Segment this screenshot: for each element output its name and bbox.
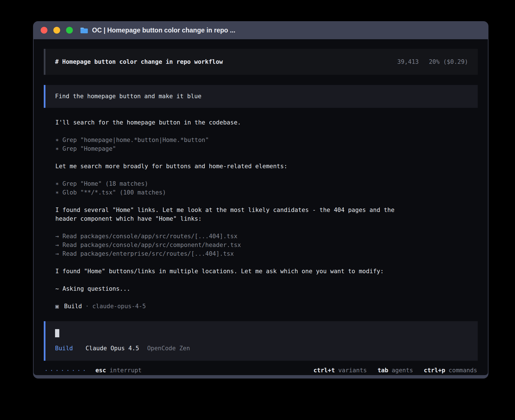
tab-key: tab	[377, 366, 388, 375]
tool-call-group: ∗ Grep "Home" (18 matches) ∗ Glob "**/*.…	[55, 180, 478, 197]
spinner-dots: ········	[44, 366, 88, 375]
ctrl-t-key: ctrl+t	[313, 366, 335, 375]
ctrl-p-key: ctrl+p	[424, 366, 445, 375]
interrupt-label: interrupt	[110, 366, 142, 375]
session-header: # Homepage button color change in repo w…	[44, 49, 478, 75]
token-count: 39,413	[397, 58, 419, 66]
assistant-text: I'll search for the homepage button in t…	[55, 118, 478, 127]
minimize-button[interactable]	[53, 27, 60, 34]
context-cost: 20% ($0.29)	[429, 58, 468, 66]
tool-call-grep: ∗ Grep "homepage|home.*button|Home.*butt…	[55, 136, 478, 145]
tool-call-grep: ∗ Grep "Home" (18 matches)	[55, 180, 478, 188]
interrupt-hint: esc interrupt	[95, 366, 142, 375]
tool-call-glob: ∗ Glob "**/*.tsx" (100 matches)	[55, 188, 478, 197]
commands-label: commands	[449, 366, 477, 375]
assistant-paragraph: Let me search more broadly for buttons a…	[55, 162, 478, 171]
commands-hint: ctrl+p commands	[424, 366, 477, 375]
esc-key: esc	[95, 366, 106, 375]
assistant-text: header component which have "Home" links…	[55, 215, 478, 223]
agent-row: ▣ Build · claude-opus-4-5	[55, 302, 478, 311]
folder-icon	[80, 27, 88, 34]
agents-hint: tab agents	[377, 366, 413, 375]
input-line	[55, 329, 468, 337]
assistant-text: Let me search more broadly for buttons a…	[55, 162, 478, 171]
traffic-lights	[41, 27, 73, 34]
terminal-window: OC | Homepage button color change in rep…	[33, 21, 488, 379]
text-cursor	[55, 329, 59, 337]
tool-call-grep: ∗ Grep "Homepage"	[55, 145, 478, 153]
tool-call-group: ∗ Grep "homepage|home.*button|Home.*butt…	[55, 136, 478, 153]
assistant-transcript: I'll search for the homepage button in t…	[55, 118, 478, 311]
status-bar-right: ctrl+t variants tab agents ctrl+p comman…	[313, 366, 477, 375]
agent-model: claude-opus-4-5	[92, 302, 146, 311]
agents-label: agents	[392, 366, 413, 375]
zoom-button[interactable]	[66, 27, 73, 34]
prompt-input[interactable]: Build Claude Opus 4.5 OpenCode Zen	[44, 321, 478, 361]
status-line: ~ Asking questions...	[55, 285, 478, 293]
terminal-content: # Homepage button color change in repo w…	[34, 39, 488, 375]
mode-indicator[interactable]: Build	[55, 345, 73, 352]
tool-call-read: → Read packages/console/app/src/componen…	[55, 241, 478, 250]
agent-name: Build	[64, 302, 82, 311]
provider-name: OpenCode Zen	[147, 345, 190, 352]
assistant-text: I found several "Home" links. Let me loo…	[55, 206, 478, 215]
tool-call-read: → Read packages/console/app/src/routes/[…	[55, 232, 478, 241]
session-stats: 39,413 20% ($0.29)	[397, 58, 468, 66]
agent-icon: ▣	[55, 302, 59, 311]
assistant-paragraph: I found several "Home" links. Let me loo…	[55, 206, 478, 223]
session-title: # Homepage button color change in repo w…	[55, 58, 223, 66]
model-line: Build Claude Opus 4.5 OpenCode Zen	[55, 344, 468, 353]
variants-label: variants	[338, 366, 367, 375]
user-message-text: Find the homepage button and make it blu…	[55, 93, 201, 100]
model-name: Claude Opus 4.5	[86, 345, 139, 352]
tool-call-read: → Read packages/enterprise/src/routes/[.…	[55, 250, 478, 258]
variants-hint: ctrl+t variants	[313, 366, 367, 375]
status-bar: ········ esc interrupt ctrl+t variants t…	[44, 366, 478, 375]
window-title: OC | Homepage button color change in rep…	[92, 27, 235, 34]
titlebar[interactable]: OC | Homepage button color change in rep…	[33, 21, 488, 39]
assistant-text: I found "Home" buttons/links in multiple…	[55, 267, 478, 276]
assistant-paragraph: I'll search for the homepage button in t…	[55, 118, 478, 127]
agent-separator: ·	[85, 302, 89, 311]
close-button[interactable]	[41, 27, 47, 34]
user-message: Find the homepage button and make it blu…	[44, 85, 478, 108]
status-bar-left: ········ esc interrupt	[44, 366, 142, 375]
status-text: ~ Asking questions...	[55, 285, 478, 293]
assistant-paragraph: I found "Home" buttons/links in multiple…	[55, 267, 478, 276]
tool-call-group: → Read packages/console/app/src/routes/[…	[55, 232, 478, 258]
title-group: OC | Homepage button color change in rep…	[80, 27, 235, 34]
